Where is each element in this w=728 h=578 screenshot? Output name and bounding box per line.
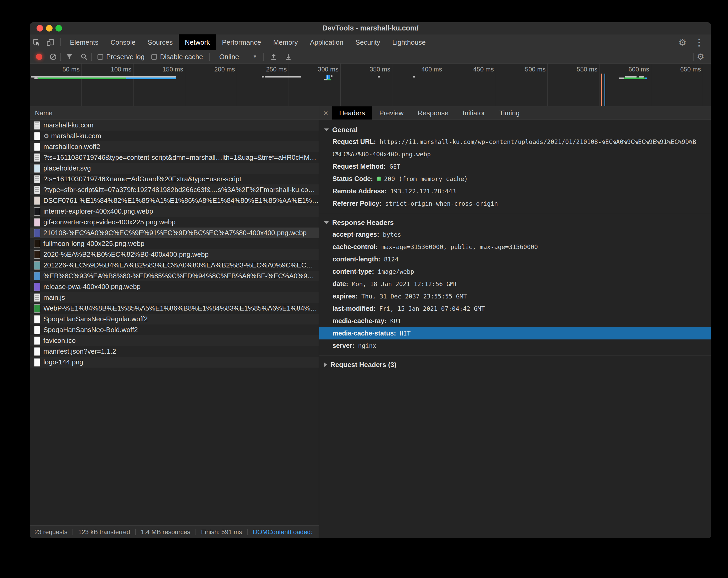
file-icon <box>34 315 40 323</box>
timeline-gridline <box>185 63 185 106</box>
request-row[interactable]: logo-144.png <box>30 357 319 368</box>
file-icon <box>34 186 40 194</box>
request-row[interactable]: ?type=sfbr-script&ltt=07a379fe1927481982… <box>30 184 319 195</box>
clear-network-log-icon[interactable] <box>49 53 57 61</box>
tab-lighthouse[interactable]: Lighthouse <box>386 34 432 50</box>
timeline-tick-label: 650 ms <box>667 66 701 73</box>
network-settings-gear-icon[interactable]: ⚙ <box>697 52 704 61</box>
detail-tab-response[interactable]: Response <box>411 106 456 120</box>
request-list-header[interactable]: Name <box>30 106 319 120</box>
request-row[interactable]: WebP-%E1%84%8B%E1%85%A5%E1%86%B8%E1%84%8… <box>30 303 319 314</box>
minimize-window-button[interactable] <box>46 25 53 31</box>
tab-network[interactable]: Network <box>179 34 216 50</box>
disable-cache-toggle[interactable]: Disable cache <box>151 53 203 61</box>
request-row[interactable]: internet-explorer-400x400.png.webp <box>30 206 319 217</box>
request-name: 201226-%EC%9D%B4%EA%B2%83%EC%A0%80%EA%B2… <box>43 261 319 269</box>
waterfall-bar <box>645 78 647 79</box>
request-row[interactable]: placeholder.svg <box>30 163 319 174</box>
zoom-window-button[interactable] <box>55 25 62 31</box>
request-row[interactable]: marshall-ku.com <box>30 120 319 131</box>
record-network-log-icon[interactable] <box>36 54 42 60</box>
request-name: gif-converter-crop-video-400x225.png.web… <box>43 218 176 226</box>
timeline-tick-label: 300 ms <box>305 66 339 73</box>
request-row[interactable]: gif-converter-crop-video-400x225.png.web… <box>30 217 319 228</box>
request-row[interactable]: 2020-%EA%B2%B0%EC%82%B0-400x400.png.webp <box>30 249 319 260</box>
header-key: content-length: <box>333 255 380 263</box>
close-details-icon[interactable]: × <box>319 106 332 120</box>
request-list: marshall-ku.com⚙marshall-ku.commarshallI… <box>30 120 319 368</box>
export-har-icon[interactable] <box>284 53 292 61</box>
throttling-dropdown[interactable]: Online ▼ <box>219 53 257 61</box>
request-name: logo-144.png <box>43 358 83 366</box>
tab-console[interactable]: Console <box>104 34 141 50</box>
timeline-gridline <box>81 63 82 106</box>
tab-security[interactable]: Security <box>349 34 386 50</box>
filter-icon[interactable] <box>66 53 73 61</box>
network-toolbar: Preserve log Disable cache Online ▼ <box>30 50 711 63</box>
tab-memory[interactable]: Memory <box>267 34 304 50</box>
request-row[interactable]: fullmoon-long-400x225.png.webp <box>30 238 319 249</box>
status-code-label: Status Code: <box>333 175 373 182</box>
footer-item: 23 requests <box>34 528 67 536</box>
request-row[interactable]: favicon.ico <box>30 335 319 346</box>
header-key: accept-ranges: <box>333 231 379 238</box>
response-header-row: media-cache-status:HIT <box>319 327 711 339</box>
detail-tab-initiator[interactable]: Initiator <box>456 106 492 120</box>
timeline-tick-label: 200 ms <box>201 66 235 73</box>
request-name: fullmoon-long-400x225.png.webp <box>43 240 145 248</box>
general-section-header[interactable]: General <box>319 124 711 136</box>
settings-gear-icon[interactable]: ⚙ <box>679 38 686 47</box>
request-row[interactable]: manifest.json?ver=1.1.2 <box>30 346 319 357</box>
detail-tab-headers[interactable]: Headers <box>332 106 372 120</box>
request-url-label: Request URL: <box>333 138 376 145</box>
image-thumbnail-icon <box>34 196 40 205</box>
header-value: max-age=315360000, public, max-age=31560… <box>381 243 538 251</box>
search-icon[interactable] <box>80 53 88 61</box>
request-row[interactable]: %EB%8C%93%EA%B8%80-%ED%85%9C%ED%94%8C%EB… <box>30 271 319 281</box>
request-row[interactable]: marshallIcon.woff2 <box>30 141 319 152</box>
request-row[interactable]: release-pwa-400x400.png.webp <box>30 281 319 292</box>
request-row[interactable]: ?ts=1611030719746&name=AdGuard%20Extra&t… <box>30 174 319 184</box>
name-column-header[interactable]: Name <box>35 109 53 117</box>
request-row[interactable]: DSCF0761-%E1%84%82%E1%85%A1%E1%86%A8%E1%… <box>30 195 319 206</box>
section-separator <box>319 355 711 356</box>
devtools-tabbar: ElementsConsoleSourcesNetworkPerformance… <box>30 34 711 50</box>
tab-elements[interactable]: Elements <box>64 34 104 50</box>
response-header-row: expires:Thu, 31 Dec 2037 23:55:55 GMT <box>319 290 711 303</box>
file-icon <box>34 121 40 130</box>
header-value: KR1 <box>390 318 401 324</box>
response-headers-section-header[interactable]: Response Headers <box>319 217 711 228</box>
screen-background: DevTools - marshall-ku.com/ ElementsCons… <box>0 0 728 578</box>
header-value: 8124 <box>384 256 398 263</box>
request-row[interactable]: SpoqaHanSansNeo-Bold.woff2 <box>30 324 319 335</box>
disable-cache-checkbox[interactable] <box>151 54 157 60</box>
preserve-log-toggle[interactable]: Preserve log <box>98 53 145 61</box>
device-toolbar-icon[interactable] <box>43 34 57 50</box>
toolbar-divider <box>263 53 264 61</box>
image-thumbnail-icon <box>34 240 40 248</box>
more-options-kebab-icon[interactable]: ⋮ <box>694 37 704 47</box>
tab-sources[interactable]: Sources <box>142 34 179 50</box>
request-name: placeholder.svg <box>43 164 91 172</box>
import-har-icon[interactable] <box>270 53 278 61</box>
section-separator <box>319 213 711 213</box>
detail-tab-preview[interactable]: Preview <box>372 106 411 120</box>
waterfall-bar <box>328 79 331 80</box>
header-value: nginx <box>358 342 376 349</box>
request-row[interactable]: 210108-%EC%A0%9C%EC%9E%91%EC%9D%BC%EC%A7… <box>30 228 319 238</box>
detail-tab-timing[interactable]: Timing <box>492 106 527 120</box>
request-row[interactable]: ⚙marshall-ku.com <box>30 131 319 141</box>
preserve-log-checkbox[interactable] <box>98 54 103 60</box>
request-row[interactable]: 201226-%EC%9D%B4%EA%B2%83%EC%A0%80%EA%B2… <box>30 260 319 271</box>
close-window-button[interactable] <box>36 25 43 31</box>
request-row[interactable]: main.js <box>30 292 319 303</box>
network-overview-timeline[interactable]: 50 ms100 ms150 ms200 ms250 ms300 ms350 m… <box>30 63 711 106</box>
request-headers-section-header[interactable]: Request Headers (3) <box>319 359 711 370</box>
request-row[interactable]: SpoqaHanSansNeo-Regular.woff2 <box>30 314 319 324</box>
footer-item: Finish: 591 ms <box>201 528 242 536</box>
tab-performance[interactable]: Performance <box>216 34 267 50</box>
tab-application[interactable]: Application <box>304 34 349 50</box>
request-row[interactable]: ?ts=1611030719746&type=content-script&dm… <box>30 152 319 163</box>
inspect-element-icon[interactable] <box>30 34 43 50</box>
file-icon <box>34 358 40 367</box>
